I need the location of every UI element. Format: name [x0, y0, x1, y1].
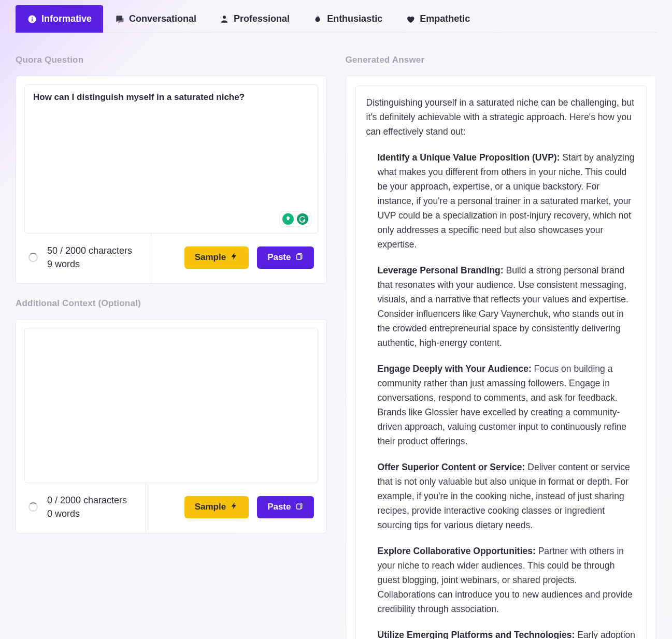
- tab-label: Empathetic: [420, 13, 470, 24]
- answer-item-lead: Utilize Emerging Platforms and Technolog…: [378, 630, 575, 639]
- svg-point-2: [32, 17, 33, 18]
- paste-button[interactable]: Paste: [257, 496, 313, 518]
- loading-spinner-icon: [28, 502, 38, 512]
- answer-item-lead: Engage Deeply with Your Audience:: [378, 364, 532, 374]
- word-count: 9 words: [47, 257, 132, 271]
- context-toolbar: 0 / 2000 characters 0 words Sample Paste: [24, 483, 318, 533]
- info-icon: [27, 14, 37, 24]
- input-column: Quora Question How can I distinguish mys…: [16, 55, 327, 639]
- tab-label: Informative: [41, 13, 92, 24]
- answer-item-lead: Offer Superior Content or Service:: [378, 462, 525, 472]
- answer-content: Distinguishing yourself in a saturated n…: [355, 85, 647, 639]
- tab-empathetic[interactable]: Empathetic: [394, 5, 481, 33]
- grammarly-icon[interactable]: [297, 213, 308, 225]
- output-column: Generated Answer Distinguishing yourself…: [346, 55, 657, 639]
- heart-icon: [405, 14, 416, 24]
- answer-item: Utilize Emerging Platforms and Technolog…: [378, 628, 636, 639]
- loading-spinner-icon: [28, 253, 38, 262]
- flame-icon: [312, 14, 323, 24]
- answer-label: Generated Answer: [346, 55, 657, 65]
- tab-conversational[interactable]: Conversational: [103, 5, 208, 33]
- question-toolbar: 50 / 2000 characters 9 words Sample Past…: [24, 234, 318, 283]
- answer-item-body: Start by analyzing what makes you differ…: [378, 152, 635, 250]
- chat-icon: [115, 14, 125, 24]
- context-counts: 0 / 2000 characters 0 words: [47, 493, 127, 520]
- button-label: Paste: [267, 252, 291, 263]
- svg-rect-5: [296, 254, 301, 259]
- bolt-icon: [230, 502, 238, 513]
- separator: [146, 483, 146, 533]
- svg-rect-1: [32, 18, 33, 21]
- svg-rect-7: [296, 504, 301, 509]
- answer-item: Explore Collaborative Opportunities: Par…: [378, 544, 636, 616]
- user-tie-icon: [219, 14, 230, 24]
- char-count: 50 / 2000 characters: [47, 244, 132, 257]
- tone-tabs: Informative Conversational Professional …: [16, 5, 656, 33]
- answer-item-body: Focus on building a community rather tha…: [378, 364, 627, 446]
- paste-button[interactable]: Paste: [257, 246, 313, 269]
- separator: [151, 234, 151, 283]
- char-count: 0 / 2000 characters: [47, 493, 127, 507]
- tab-informative[interactable]: Informative: [16, 5, 103, 33]
- tab-professional[interactable]: Professional: [208, 5, 301, 33]
- answer-item: Identify a Unique Value Proposition (UVP…: [378, 150, 636, 252]
- answer-item: Leverage Personal Branding: Build a stro…: [378, 263, 636, 350]
- context-input[interactable]: [24, 328, 318, 483]
- answer-item-lead: Explore Collaborative Opportunities:: [378, 546, 536, 556]
- context-card: 0 / 2000 characters 0 words Sample Paste: [16, 319, 327, 533]
- clipboard-icon: [295, 502, 304, 513]
- answer-intro: Distinguishing yourself in a saturated n…: [366, 95, 636, 139]
- tab-enthusiastic[interactable]: Enthusiastic: [301, 5, 394, 33]
- button-label: Sample: [195, 502, 226, 512]
- question-input[interactable]: How can I distinguish myself in a satura…: [24, 84, 318, 234]
- sample-button[interactable]: Sample: [184, 246, 249, 269]
- answer-card: Distinguishing yourself in a saturated n…: [346, 76, 657, 639]
- tab-label: Professional: [234, 13, 290, 24]
- grammar-badges: [279, 211, 311, 227]
- answer-item-lead: Identify a Unique Value Proposition (UVP…: [378, 152, 560, 163]
- question-text: How can I distinguish myself in a satura…: [33, 92, 245, 102]
- button-label: Paste: [267, 502, 291, 512]
- tab-label: Conversational: [129, 13, 196, 24]
- answer-item-body: Build a strong personal brand that reson…: [378, 265, 628, 348]
- word-count: 0 words: [47, 507, 127, 520]
- context-label: Additional Context (Optional): [16, 298, 327, 309]
- button-label: Sample: [195, 252, 226, 263]
- clipboard-icon: [295, 252, 304, 263]
- answer-item-lead: Leverage Personal Branding:: [378, 265, 504, 275]
- question-counts: 50 / 2000 characters 9 words: [47, 244, 132, 271]
- answer-item: Offer Superior Content or Service: Deliv…: [378, 460, 636, 532]
- sample-button[interactable]: Sample: [184, 496, 249, 518]
- answer-item: Engage Deeply with Your Audience: Focus …: [378, 361, 636, 448]
- question-card: How can I distinguish myself in a satura…: [16, 76, 327, 284]
- bulb-icon[interactable]: [282, 213, 294, 225]
- svg-point-3: [223, 16, 226, 19]
- question-label: Quora Question: [16, 55, 327, 65]
- bolt-icon: [230, 252, 238, 263]
- tab-label: Enthusiastic: [327, 13, 382, 24]
